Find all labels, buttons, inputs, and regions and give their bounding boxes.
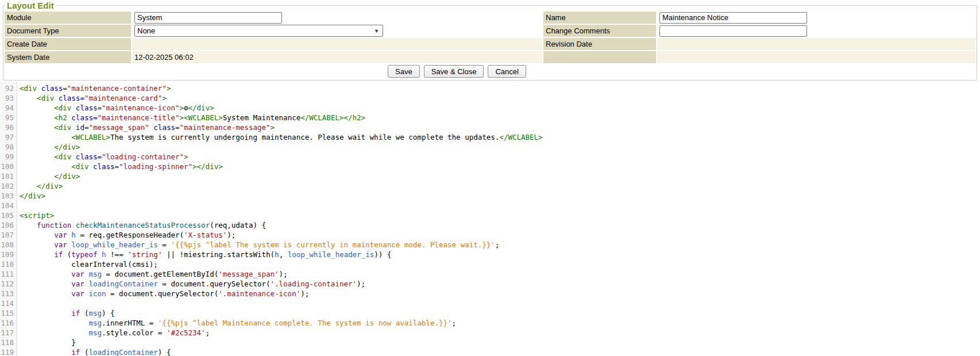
code-line[interactable]: if (msg) { — [20, 308, 980, 318]
code-token — [20, 231, 54, 239]
save-and-close-button[interactable]: Save & Close — [424, 65, 484, 78]
code-line[interactable]: <WCLABEL>The system is currently undergo… — [20, 132, 980, 142]
code-token — [20, 143, 54, 151]
form-button-row: Save Save & Close Cancel — [5, 64, 909, 79]
code-token: "maintenance-card" — [84, 94, 162, 102]
code-token — [37, 84, 41, 93]
line-number: 111 — [0, 269, 14, 279]
code-line[interactable]: <div class="maintenance-container"> — [20, 83, 980, 93]
chevron-down-icon: ▼ — [374, 28, 379, 34]
code-line[interactable]: <div id="message_span" class="maintenanc… — [20, 123, 980, 132]
line-number: 101 — [0, 171, 14, 181]
line-number: 107 — [0, 230, 14, 240]
name-input[interactable] — [659, 12, 807, 24]
layout-edit-form: Layout Edit Module Name Document Type No… — [0, 0, 980, 81]
code-token: > — [179, 104, 184, 112]
code-line[interactable]: var loop_while_header_is = '{{%pjs ^labe… — [20, 240, 980, 250]
code-token: <WCLABEL> — [71, 133, 110, 141]
code-line[interactable]: clearInterval(cmsi); — [20, 259, 980, 269]
code-line[interactable]: var h = req.getResponseHeader('X-status'… — [20, 230, 980, 240]
code-token: ); — [357, 280, 365, 288]
code-line[interactable] — [20, 201, 980, 210]
line-number: 105 — [0, 210, 14, 220]
code-token: ; — [452, 319, 457, 327]
code-line[interactable]: var msg = document.getElementById('messa… — [20, 269, 980, 279]
code-line[interactable]: <script> — [20, 210, 980, 220]
line-number: 117 — [0, 328, 14, 338]
code-token — [20, 280, 71, 288]
code-token — [20, 182, 37, 190]
code-token — [20, 133, 71, 141]
code-token — [20, 172, 54, 181]
change-comments-input[interactable] — [659, 25, 807, 37]
code-token: ); — [227, 231, 236, 239]
code-token: h — [71, 231, 76, 239]
line-number: 112 — [0, 279, 14, 289]
code-line[interactable]: </div> — [20, 191, 980, 201]
code-line[interactable]: var loadingContainer = document.querySel… — [20, 279, 980, 289]
code-token: 'message_span' — [218, 270, 279, 278]
code-line[interactable]: </div> — [20, 171, 980, 181]
code-token: class= — [41, 84, 67, 93]
code-token: </div> — [54, 172, 80, 181]
code-line[interactable]: <div class="maintenance-card"> — [20, 93, 980, 103]
code-token: h — [275, 250, 279, 259]
code-token: The system is currently undergoing maint… — [110, 133, 499, 141]
code-token: class= — [59, 94, 84, 102]
code-token: </div> — [37, 182, 63, 190]
code-content[interactable]: <div class="maintenance-container"> <div… — [17, 82, 980, 356]
code-line[interactable]: if (typeof h !== 'string' || !miestring.… — [20, 250, 980, 259]
line-number: 119 — [0, 347, 14, 356]
code-editor[interactable]: 9293949596979899100101102103104105106107… — [0, 82, 980, 356]
code-token: = document.querySelector( — [106, 289, 219, 298]
code-token — [20, 162, 71, 171]
save-button[interactable]: Save — [388, 65, 420, 78]
code-line[interactable]: if (loadingContainer) { — [20, 347, 980, 356]
document-type-label: Document Type — [5, 25, 131, 37]
code-line[interactable] — [20, 298, 980, 308]
code-token: "message_span" — [88, 123, 149, 132]
code-line[interactable]: <div class="loading-spinner"></div> — [20, 162, 980, 171]
change-comments-label: Change Comments — [543, 25, 656, 37]
page-title: Layout Edit — [5, 1, 56, 10]
code-token — [71, 221, 76, 229]
line-number: 115 — [0, 308, 14, 318]
document-type-select[interactable]: None ▼ — [134, 25, 383, 37]
code-token — [20, 113, 54, 122]
code-token: function — [37, 221, 71, 229]
code-line[interactable]: msg.style.color = '#2c5234'; — [20, 328, 980, 338]
line-number: 97 — [0, 132, 14, 142]
code-token: , — [279, 250, 288, 259]
name-label: Name — [543, 12, 656, 24]
line-number: 99 — [0, 152, 14, 162]
code-line[interactable]: <div class="loading-container"> — [20, 152, 980, 162]
revision-date-value — [657, 38, 975, 50]
code-token: ( — [63, 250, 71, 259]
cancel-button[interactable]: Cancel — [488, 65, 526, 78]
code-token — [20, 221, 37, 229]
empty-value-cell — [657, 51, 975, 63]
code-token — [20, 309, 71, 317]
code-token: class= — [76, 152, 102, 161]
code-token: ) { — [102, 309, 115, 317]
code-token: "maintenance-title" — [97, 113, 179, 122]
code-token — [20, 319, 88, 327]
code-token: loadingContainer — [88, 348, 157, 356]
module-input[interactable] — [134, 12, 282, 24]
code-line[interactable]: function checkMaintenanceStatusProcessor… — [20, 220, 980, 230]
code-token: <div — [54, 104, 71, 112]
code-line[interactable]: var icon = document.querySelector('.main… — [20, 289, 980, 298]
create-date-value — [132, 38, 542, 50]
code-token: '#2c5234' — [167, 328, 206, 337]
code-token: = — [158, 240, 171, 249]
line-number: 110 — [0, 259, 14, 269]
empty-label-cell — [543, 51, 656, 63]
code-line[interactable]: } — [20, 338, 980, 347]
code-token: </WCLABEL></h2> — [300, 113, 365, 122]
code-line[interactable]: </div> — [20, 142, 980, 152]
code-line[interactable]: msg.innerHTML = '{{%pjs ^label Maintenan… — [20, 318, 980, 328]
code-line[interactable]: <div class="maintenance-icon">⚙</div> — [20, 103, 980, 113]
code-token — [20, 94, 37, 102]
code-line[interactable]: </div> — [20, 181, 980, 191]
code-line[interactable]: <h2 class="maintenance-title"><WCLABEL>S… — [20, 113, 980, 123]
